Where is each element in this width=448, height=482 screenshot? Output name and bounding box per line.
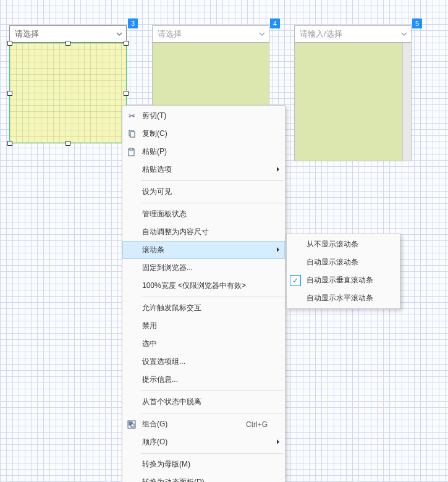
context-menu: ✂ 剪切(T) 复制(C) 粘贴(P) 粘贴选项 设为可见 管理面板状态 自动调… — [122, 105, 285, 482]
menu-item-label: 顺序(O) — [142, 437, 167, 447]
dropdown-c[interactable]: 请输入/选择 — [294, 25, 412, 43]
menu-item-detach-state[interactable]: 从首个状态中脱离 — [122, 393, 285, 411]
menu-item-label: 自动显示水平滚动条 — [306, 293, 373, 303]
menu-separator — [141, 203, 284, 203]
menu-item-label: 从不显示滚动条 — [306, 239, 358, 250]
menu-item-label: 选中 — [142, 339, 157, 349]
submenu-arrow-icon — [276, 166, 280, 174]
menu-item-label: 允许触发鼠标交互 — [142, 303, 201, 313]
menu-item-to-dynamic[interactable]: 转换为动态面板(D) — [122, 473, 285, 482]
menu-item-cut[interactable]: ✂ 剪切(T) — [122, 107, 285, 125]
menu-item-label: 剪切(T) — [142, 111, 166, 121]
submenu-arrow-icon — [276, 246, 280, 255]
menu-separator — [141, 453, 284, 454]
menu-item-label: 固定到浏览器... — [142, 263, 193, 273]
menu-item-label: 从首个状态中脱离 — [142, 397, 201, 407]
menu-item-label: 滚动条 — [142, 245, 164, 255]
check-icon: ✓ — [290, 275, 301, 286]
submenu-item-auto-vertical[interactable]: ✓ 自动显示垂直滚动条 — [287, 271, 400, 289]
menu-item-fix-to-browser[interactable]: 固定到浏览器... — [122, 259, 285, 277]
menu-item-copy[interactable]: 复制(C) — [122, 125, 285, 143]
menu-item-order[interactable]: 顺序(O) — [122, 433, 285, 451]
menu-separator — [141, 180, 284, 181]
menu-item-label: 粘贴选项 — [142, 164, 172, 175]
svg-rect-6 — [131, 424, 134, 427]
menu-item-shortcut: Ctrl+G — [246, 420, 268, 429]
menu-item-label: 100%宽度 <仅限浏览器中有效> — [142, 281, 246, 291]
scrollbar-submenu: 从不显示滚动条 自动显示滚动条 ✓ 自动显示垂直滚动条 自动显示水平滚动条 — [286, 234, 400, 309]
submenu-item-auto-horizontal[interactable]: 自动显示水平滚动条 — [287, 289, 400, 307]
resize-handle-w[interactable] — [7, 91, 12, 96]
resize-handle-nw[interactable] — [7, 41, 12, 46]
dropdown-b-placeholder: 请选择 — [158, 28, 182, 40]
menu-item-paste-options[interactable]: 粘贴选项 — [122, 161, 285, 179]
menu-separator — [141, 391, 284, 391]
badge-3: 3 — [128, 19, 138, 28]
svg-rect-1 — [130, 132, 135, 137]
resize-handle-s[interactable] — [66, 141, 70, 146]
resize-handle-sw[interactable] — [7, 141, 12, 146]
menu-item-width-100[interactable]: 100%宽度 <仅限浏览器中有效> — [122, 277, 285, 295]
resize-handle-ne[interactable] — [124, 41, 129, 46]
scrollbar-vertical[interactable] — [402, 43, 411, 161]
menu-item-label: 提示信息... — [142, 374, 178, 385]
menu-item-manage-panel[interactable]: 管理面板状态 — [122, 205, 285, 223]
chevron-down-icon — [401, 32, 407, 36]
menu-item-auto-resize[interactable]: 自动调整为内容尺寸 — [122, 223, 285, 241]
menu-separator — [141, 413, 284, 413]
menu-item-group[interactable]: 组合(G) Ctrl+G — [122, 415, 285, 433]
paste-icon — [126, 146, 137, 158]
resize-handle-e[interactable] — [124, 91, 129, 96]
menu-item-label: 自动显示垂直滚动条 — [306, 275, 373, 285]
menu-item-label: 复制(C) — [142, 129, 167, 139]
badge-4: 4 — [270, 19, 280, 28]
menu-item-disable[interactable]: 禁用 — [122, 317, 285, 335]
chevron-down-icon — [116, 32, 122, 36]
menu-item-set-options[interactable]: 设置选项组... — [122, 353, 285, 371]
copy-icon — [126, 129, 137, 140]
menu-item-selected[interactable]: 选中 — [122, 335, 285, 353]
submenu-arrow-icon — [276, 438, 280, 447]
dropdown-b[interactable]: 请选择 — [152, 25, 269, 43]
menu-item-label: 禁用 — [142, 321, 157, 331]
dropdown-c-placeholder: 请输入/选择 — [300, 28, 342, 40]
resize-handle-n[interactable] — [66, 41, 70, 46]
menu-item-set-visible[interactable]: 设为可见 — [122, 183, 285, 201]
dropdown-a-placeholder: 请选择 — [15, 28, 39, 40]
menu-separator — [141, 297, 284, 297]
menu-item-label: 设为可见 — [142, 187, 172, 197]
svg-rect-3 — [130, 148, 133, 150]
badge-5: 5 — [412, 19, 422, 28]
menu-item-tooltip[interactable]: 提示信息... — [122, 371, 285, 389]
menu-item-label: 粘贴(P) — [142, 146, 167, 157]
menu-item-label: 组合(G) — [142, 419, 167, 429]
dropdown-a[interactable]: 请选择 — [9, 25, 127, 43]
menu-item-label: 设置选项组... — [142, 357, 185, 367]
menu-item-label: 转换为母版(M) — [142, 459, 190, 470]
menu-item-to-master[interactable]: 转换为母版(M) — [122, 455, 285, 473]
menu-item-paste[interactable]: 粘贴(P) — [122, 143, 285, 161]
menu-item-allow-mouse[interactable]: 允许触发鼠标交互 — [122, 299, 285, 317]
selected-container[interactable] — [9, 43, 127, 143]
menu-item-label: 转换为动态面板(D) — [142, 477, 205, 482]
menu-item-label: 自动显示滚动条 — [306, 257, 358, 268]
scissors-icon: ✂ — [126, 111, 137, 122]
group-icon — [126, 419, 137, 430]
submenu-item-never[interactable]: 从不显示滚动条 — [287, 235, 400, 253]
chevron-down-icon — [259, 32, 265, 36]
menu-item-scrollbar[interactable]: 滚动条 — [122, 241, 285, 259]
container-c — [294, 43, 412, 161]
menu-item-label: 自动调整为内容尺寸 — [142, 227, 209, 237]
submenu-item-auto[interactable]: 自动显示滚动条 — [287, 253, 400, 271]
menu-item-label: 管理面板状态 — [142, 209, 187, 219]
